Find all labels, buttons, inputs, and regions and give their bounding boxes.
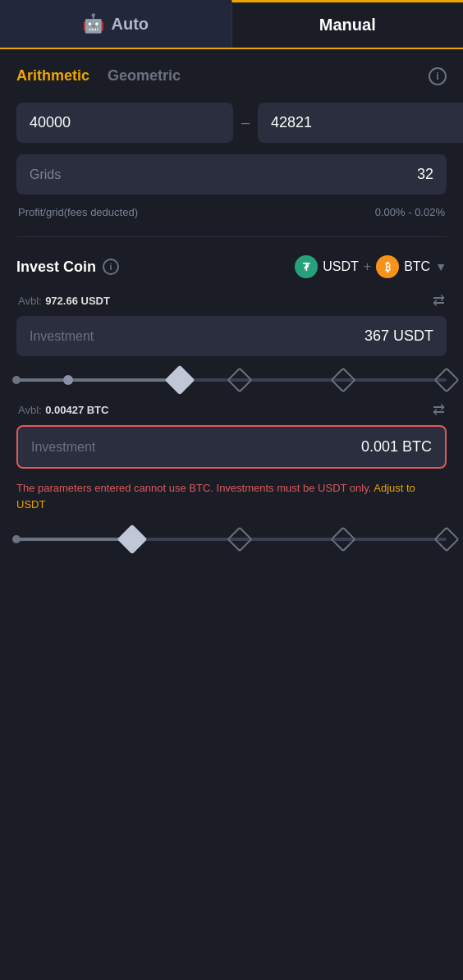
upper-range-input[interactable] [258, 103, 463, 143]
slider-dot-1[interactable] [63, 375, 73, 385]
usdt-slider-track [16, 378, 447, 382]
range-row: – [16, 103, 447, 143]
invest-title: Invest Coin i [16, 259, 119, 276]
divider [16, 236, 447, 237]
coin-dropdown-arrow[interactable]: ▼ [435, 260, 447, 273]
usdt-avbl-row: Avbl: 972.66 USDT ⇄ [16, 291, 447, 309]
grids-value: 32 [417, 166, 433, 183]
invest-info-icon[interactable]: i [103, 259, 119, 275]
plus-sign: + [364, 259, 371, 274]
btc-coin-icon: ₿ [376, 255, 399, 278]
profit-row: Profit/grid(fees deducted) 0.00% - 0.02% [16, 206, 447, 218]
btc-error-message: The parameters entered cannot use BTC. I… [16, 480, 447, 512]
main-content: Arithmetic Geometric i – Grids 32 Profit… [0, 49, 463, 566]
usdt-slider[interactable] [16, 368, 447, 392]
lower-range-input[interactable] [16, 103, 233, 143]
btc-slider-marker-100[interactable] [433, 526, 459, 552]
invest-coin-label: Invest Coin [16, 259, 96, 276]
usdt-investment-placeholder: Investment [30, 329, 94, 344]
coin2-label: BTC [404, 259, 430, 274]
btc-avbl-label: Avbl: [18, 404, 42, 416]
btc-investment-box: Investment 0.001 BTC [16, 425, 447, 469]
btc-investment-placeholder: Investment [31, 440, 95, 455]
tabs-container: 🤖 Auto Manual [0, 0, 463, 49]
invest-coin-header: Invest Coin i ₮ USDT + ₿ BTC ▼ [16, 255, 447, 278]
usdt-investment-value: 367 USDT [364, 327, 433, 345]
slider-marker-100[interactable] [433, 367, 459, 392]
usdt-slider-thumb[interactable] [165, 365, 195, 396]
usdt-investment-box: Investment 367 USDT [16, 316, 447, 356]
coin-pair-selector[interactable]: ₮ USDT + ₿ BTC ▼ [295, 255, 447, 278]
grids-row: Grids 32 [16, 154, 447, 195]
geometric-button[interactable]: Geometric [108, 64, 187, 88]
profit-label: Profit/grid(fees deducted) [18, 206, 138, 218]
arithmetic-button[interactable]: Arithmetic [16, 64, 96, 88]
mode-info-icon[interactable]: i [429, 67, 447, 85]
mode-row: Arithmetic Geometric i [16, 64, 447, 88]
btc-slider-marker-75[interactable] [331, 526, 356, 552]
tab-manual[interactable]: Manual [232, 0, 464, 48]
usdt-coin-icon: ₮ [295, 255, 318, 278]
btc-avbl-text: Avbl: 0.00427 BTC [18, 402, 108, 417]
btc-slider-track [16, 538, 447, 541]
slider-marker-50[interactable] [227, 367, 253, 392]
coin1-label: USDT [323, 259, 359, 274]
tab-manual-label: Manual [319, 16, 376, 34]
usdt-transfer-icon[interactable]: ⇄ [433, 291, 445, 309]
btc-transfer-icon[interactable]: ⇄ [433, 401, 445, 419]
btc-avbl-row: Avbl: 0.00427 BTC ⇄ [16, 401, 447, 419]
btc-slider-marker-50[interactable] [227, 526, 253, 552]
btc-avbl-amount: 0.00427 BTC [45, 404, 108, 416]
grids-label: Grids [30, 167, 61, 182]
btc-slider-thumb[interactable] [117, 524, 148, 555]
usdt-avbl-amount: 972.66 USDT [45, 295, 110, 307]
slider-marker-75[interactable] [331, 367, 356, 392]
btc-slider-fill [16, 538, 132, 541]
tab-auto-label: Auto [111, 15, 149, 34]
btc-investment-value: 0.001 BTC [361, 438, 432, 456]
tab-auto[interactable]: 🤖 Auto [0, 0, 232, 48]
usdt-avbl-text: Avbl: 972.66 USDT [18, 293, 110, 308]
usdt-slider-fill [16, 378, 180, 382]
btc-slider-marker-0 [12, 535, 21, 543]
range-dash: – [241, 114, 250, 131]
slider-marker-0 [12, 376, 21, 384]
btc-error-text: The parameters entered cannot use BTC. I… [16, 482, 371, 494]
robot-icon: 🤖 [82, 13, 104, 34]
usdt-avbl-label: Avbl: [18, 295, 42, 307]
btc-slider[interactable] [16, 527, 447, 552]
profit-value: 0.00% - 0.02% [375, 206, 445, 218]
